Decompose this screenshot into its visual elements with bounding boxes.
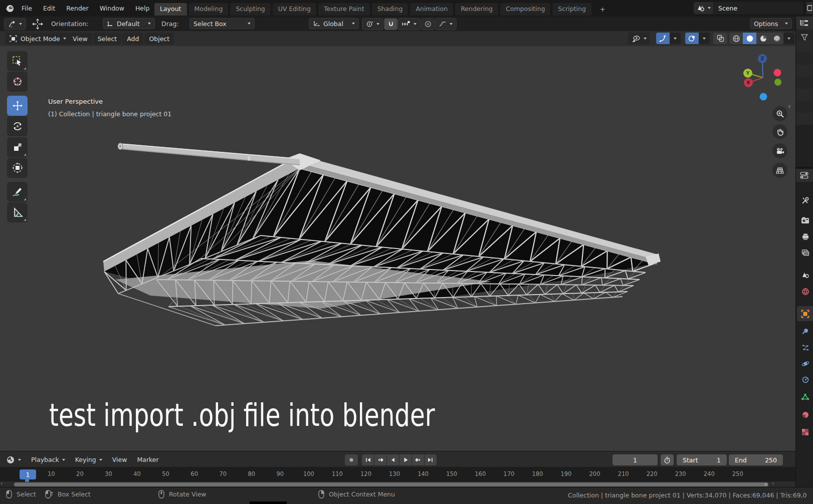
shading-material-button[interactable] (756, 33, 770, 44)
timeline-menu-keying[interactable]: Keying (70, 456, 107, 463)
properties-tab-render[interactable] (797, 213, 813, 228)
playhead-frame-badge[interactable]: 1 (20, 469, 36, 479)
workspace-tab-layout[interactable]: Layout (154, 3, 187, 16)
frame-start-field[interactable]: Start 1 (677, 454, 727, 465)
shading-wireframe-button[interactable] (729, 33, 743, 44)
timeline-menu-playback[interactable]: Playback (26, 456, 70, 463)
workspace-tab-sculpting[interactable]: Sculpting (230, 3, 270, 16)
shading-dropdown[interactable] (783, 33, 794, 44)
properties-tab-view-layer[interactable] (797, 245, 813, 260)
workspace-tab-modeling[interactable]: Modeling (189, 3, 229, 16)
current-frame-field[interactable]: 1 (613, 454, 658, 465)
outliner-editor-icon[interactable] (799, 19, 808, 27)
previous-keyframe-button[interactable] (374, 454, 386, 465)
expand-right-icon[interactable]: ‹ (772, 480, 774, 486)
viewport-3d[interactable]: ZYX User Perspective (1) Collection | tr… (0, 46, 795, 451)
timeline-menu-marker[interactable]: Marker (132, 456, 163, 463)
properties-tab-scene[interactable] (797, 267, 813, 282)
tool-scale-button[interactable] (7, 137, 28, 157)
tool-move-button[interactable] (7, 96, 28, 116)
tool-select-box-button[interactable] (7, 51, 28, 71)
nav-zoom-button[interactable] (772, 106, 787, 121)
tool-measure-button[interactable] (7, 202, 28, 222)
sidebar-collapse-icon[interactable]: ‹ (788, 102, 791, 110)
workspace-tab-compositing[interactable]: Compositing (500, 3, 550, 16)
viewport-menu-select[interactable]: Select (93, 33, 122, 45)
workspace-tab-scripting[interactable]: Scripting (552, 3, 591, 16)
workspace-tab-rendering[interactable]: Rendering (455, 3, 498, 16)
pivot-point-dropdown[interactable] (362, 18, 383, 30)
jump-to-end-button[interactable] (425, 454, 437, 465)
frame-end-field[interactable]: End 250 (729, 454, 783, 465)
properties-editor-icon[interactable] (800, 172, 809, 179)
timeline-ruler[interactable]: 1 10203040506070809010011012013014015016… (0, 467, 795, 481)
properties-tab-material[interactable] (797, 407, 813, 422)
workspace-tab-texture-paint[interactable]: Texture Paint (318, 3, 370, 16)
nav-camera-button[interactable] (772, 143, 787, 158)
menu-render[interactable]: Render (61, 1, 94, 17)
menu-window[interactable]: Window (94, 1, 130, 17)
tool-cursor-button[interactable] (7, 72, 28, 92)
view-layer-icon[interactable] (806, 2, 813, 14)
tool-rotate-button[interactable] (7, 116, 28, 136)
jump-to-start-button[interactable] (362, 454, 374, 465)
transform-orientation-dropdown[interactable]: Global (309, 18, 359, 29)
viewport-menu-view[interactable]: View (68, 33, 92, 45)
viewport-menu-add[interactable]: Add (122, 33, 143, 45)
timeline-editor-type-dropdown[interactable] (0, 455, 26, 464)
menu-help[interactable]: Help (130, 1, 155, 17)
show-gizmos-toggle[interactable] (656, 33, 670, 44)
properties-tab-world[interactable] (797, 284, 813, 299)
properties-tab-object[interactable] (797, 306, 813, 321)
overlays-dropdown[interactable] (699, 33, 710, 44)
menu-edit[interactable]: Edit (38, 1, 61, 17)
gizmo-visibility-dropdown[interactable] (628, 33, 650, 45)
tool-annotate-button[interactable] (7, 182, 28, 202)
play-button[interactable] (399, 454, 412, 465)
previous-frame-button[interactable] (387, 454, 399, 465)
proportional-falloff-dropdown[interactable] (435, 18, 457, 30)
mode-dropdown[interactable]: Object Mode (5, 33, 71, 45)
timeline-menu-view[interactable]: View (107, 456, 132, 463)
properties-tab-physics[interactable] (797, 356, 813, 371)
properties-tab-particles[interactable] (797, 340, 813, 355)
record-button[interactable] (345, 454, 358, 465)
workspace-tab-animation[interactable]: Animation (410, 3, 453, 16)
nav-grid-button[interactable] (772, 163, 787, 178)
properties-tab-output[interactable] (797, 229, 813, 244)
ruler-frame-220: 220 (647, 470, 658, 477)
properties-tab-constraints[interactable] (797, 372, 813, 387)
show-overlays-toggle[interactable] (685, 33, 699, 44)
expand-left-icon[interactable]: › (1, 480, 3, 486)
ruler-frame-30: 30 (105, 470, 112, 477)
next-keyframe-button[interactable] (412, 454, 424, 465)
orientation-dropdown[interactable]: Default (103, 18, 155, 29)
workspace-tab-uv-editing[interactable]: UV Editing (273, 3, 316, 16)
shading-rendered-button[interactable] (770, 33, 783, 44)
shading-solid-button[interactable] (743, 33, 756, 44)
blender-logo-icon[interactable] (4, 0, 15, 17)
menu-file[interactable]: File (16, 1, 38, 17)
workspace-tab-shading[interactable]: Shading (372, 3, 409, 16)
viewport-menu-object[interactable]: Object (144, 33, 174, 45)
scene-selector-icon[interactable] (694, 2, 713, 14)
gizmos-dropdown[interactable] (670, 33, 681, 44)
properties-tab-texture[interactable] (797, 424, 813, 439)
timeline-scrollbar[interactable] (14, 482, 768, 486)
properties-tab-modifiers[interactable] (797, 324, 813, 339)
drag-dropdown[interactable]: Select Box (189, 18, 255, 29)
filter-icon[interactable] (800, 34, 808, 42)
proportional-editing-toggle[interactable] (421, 18, 435, 30)
properties-tab-tool[interactable] (797, 193, 813, 208)
active-tool-dropdown[interactable] (4, 18, 26, 30)
scene-name-field[interactable]: Scene (714, 2, 803, 14)
properties-tab-object-data[interactable] (797, 389, 813, 404)
options-dropdown[interactable]: Options (750, 18, 792, 29)
add-workspace-button[interactable]: + (595, 4, 609, 15)
auto-keying-stopwatch-icon[interactable] (661, 454, 674, 465)
tool-transform-button[interactable] (7, 158, 28, 178)
snap-toggle[interactable] (384, 18, 397, 30)
nav-pan-button[interactable] (772, 124, 787, 139)
snap-with-dropdown[interactable] (397, 18, 421, 30)
xray-toggle[interactable] (713, 33, 727, 44)
